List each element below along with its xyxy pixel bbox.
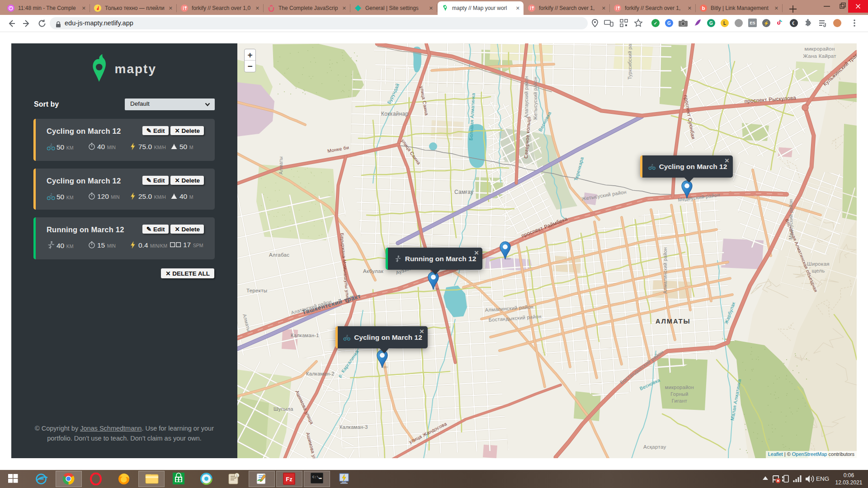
- svg-text:Жетысуский район: Жетысуский район: [533, 77, 538, 120]
- svg-text:1: 1: [236, 474, 238, 477]
- svg-text:☾: ☾: [792, 21, 796, 26]
- svg-text:G: G: [709, 21, 713, 26]
- svg-text:Жана Кайрат: Жана Кайрат: [803, 53, 836, 59]
- svg-text:Алмалинский район: Алмалинский район: [662, 247, 668, 294]
- svg-text:Калкаман-2: Калкаман-2: [306, 371, 335, 376]
- svg-text:C:\▂: C:\▂: [312, 475, 322, 479]
- svg-text:Калкаман-3: Калкаман-3: [340, 424, 368, 430]
- svg-text:Алматы: Алматы: [278, 156, 283, 174]
- svg-text:щель: щель: [811, 268, 825, 273]
- svg-text:Калкаман-1: Калкаман-1: [291, 333, 319, 338]
- svg-text:Широкая: Широкая: [807, 261, 830, 267]
- svg-text:Гигант: Гигант: [672, 398, 687, 404]
- svg-text:✓: ✓: [654, 21, 657, 26]
- svg-text:G: G: [667, 21, 671, 26]
- svg-text:АЛМАТЫ: АЛМАТЫ: [656, 318, 691, 325]
- svg-text:Акбулак: Акбулак: [363, 268, 384, 274]
- svg-text:ES: ES: [750, 21, 755, 25]
- svg-text:микрорайон: микрорайон: [665, 385, 694, 390]
- svg-text:Алгабас: Алгабас: [269, 252, 289, 258]
- svg-text:Fz: Fz: [286, 476, 292, 483]
- svg-text:b: b: [702, 5, 705, 11]
- svg-text:Самғау: Самғау: [454, 189, 473, 195]
- svg-text:⚡: ⚡: [764, 20, 769, 26]
- svg-text:Турксибский район: Турксибский район: [627, 43, 632, 80]
- svg-text:Асқартау: Асқартау: [643, 444, 666, 450]
- svg-text:Горный: Горный: [670, 391, 688, 397]
- svg-text:Теректы: Теректы: [246, 288, 267, 293]
- svg-text:Коккайнар: Коккайнар: [381, 111, 409, 117]
- svg-text:L: L: [723, 21, 726, 26]
- svg-text:Шугыла: Шугыла: [274, 406, 293, 412]
- svg-text:Алатауский район: Алатауский район: [524, 76, 529, 118]
- svg-text:микрорайон: микрорайон: [804, 46, 835, 52]
